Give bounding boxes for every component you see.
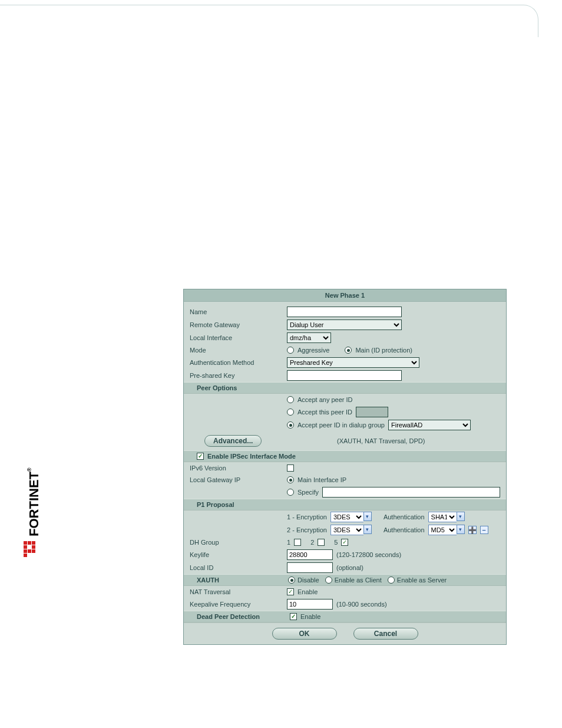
page-header-curve [0,5,538,37]
